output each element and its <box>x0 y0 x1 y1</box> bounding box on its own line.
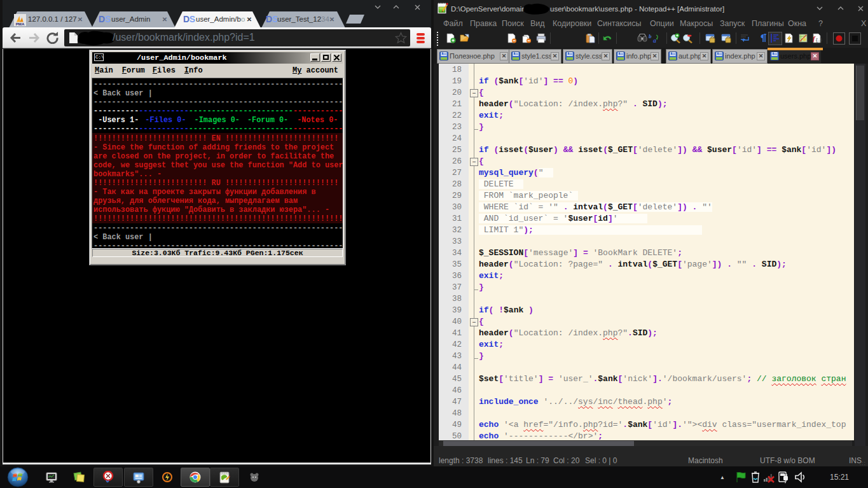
svg-text:PMA: PMA <box>16 22 25 26</box>
svg-text:{..}: {..} <box>816 37 822 43</box>
svg-text:b: b <box>649 33 652 39</box>
svg-text:a: a <box>653 37 656 43</box>
